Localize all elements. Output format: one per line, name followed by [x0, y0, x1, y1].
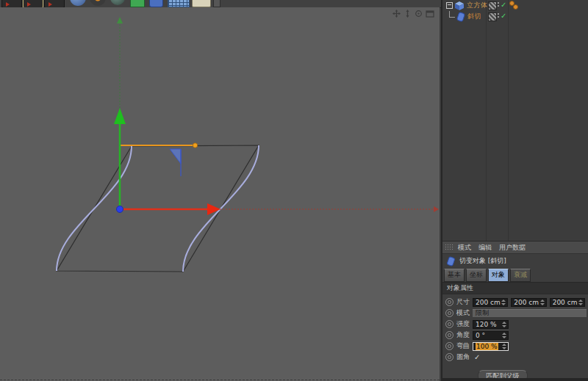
keyframe-icon[interactable] [445, 320, 453, 328]
size-y-field[interactable]: 200 cm [511, 298, 546, 307]
fillet-checkbox[interactable]: ✓ [474, 353, 480, 361]
prop-row-angle: 角度 0 ° [442, 330, 588, 341]
column-separator [486, 0, 487, 241]
x-axis-extension-tip [434, 206, 439, 212]
shear-handle-dot[interactable] [193, 143, 197, 148]
object-row-cube[interactable]: 立方体 ✓ [442, 0, 588, 11]
viewport[interactable] [0, 7, 440, 381]
render-view-icon[interactable] [70, 0, 86, 6]
prop-label: 模式 [456, 308, 473, 318]
attribute-tabs: 基本 坐标 对象 衰减 [442, 268, 588, 282]
tab-falloff[interactable]: 衰减 [510, 269, 531, 282]
object-name[interactable]: 斜切 [467, 12, 481, 21]
attribute-title: 切变对象 [斜切] [459, 256, 506, 266]
scene[interactable] [0, 7, 440, 381]
strength-field[interactable]: 120 % [473, 320, 509, 329]
prop-row-fillet: 圆角 ✓ [442, 352, 588, 363]
toggle-view-icon[interactable] [426, 10, 434, 18]
panel-grip-icon[interactable] [445, 244, 453, 251]
object-properties: 尺寸 200 cm 200 cm 200 cm 模式 限制 强度 120 % 角… [442, 294, 588, 381]
mode-dropdown[interactable]: 限制 [473, 309, 587, 318]
deformer-icon[interactable] [149, 0, 163, 7]
shear-object-icon [446, 256, 456, 266]
y-axis-extension-tip [117, 17, 123, 23]
keyframe-icon[interactable] [445, 342, 453, 350]
stepper-icon[interactable] [502, 333, 506, 338]
right-panel: 立方体 ✓ 斜切 ✓ 模式 编辑 用户数据 [441, 0, 588, 381]
keyframe-icon[interactable] [445, 353, 453, 361]
prop-row-curvature: 弯曲 100 % [442, 341, 588, 352]
enable-check-icon[interactable]: ✓ [501, 1, 506, 9]
toolbar-misc-icon[interactable] [213, 0, 220, 7]
content-browser-icon[interactable] [192, 0, 211, 7]
menu-user-data[interactable]: 用户数据 [499, 243, 526, 253]
viewport-bottom-edge [0, 380, 440, 380]
stepper-icon[interactable] [502, 344, 506, 349]
stepper-icon[interactable] [540, 300, 545, 305]
panel-bottom-edge [442, 378, 588, 381]
keyframe-icon[interactable] [445, 331, 453, 339]
viewport-controls [392, 10, 434, 18]
zoom-icon[interactable] [404, 10, 412, 18]
y-axis-arrowhead[interactable] [114, 108, 126, 124]
stepper-icon[interactable] [578, 300, 583, 305]
prop-label: 角度 [456, 330, 473, 340]
curvature-field[interactable]: 100 % [473, 342, 509, 351]
pan-icon[interactable] [392, 10, 401, 18]
cube-object-icon [454, 1, 465, 11]
material-icon[interactable] [110, 0, 125, 5]
prop-label: 圆角 [456, 352, 473, 362]
layer-swatch[interactable] [488, 1, 497, 10]
menu-edit[interactable]: 编辑 [478, 243, 492, 253]
visibility-dots[interactable] [498, 1, 499, 8]
shear-object-icon [456, 12, 466, 22]
undo-icon [6, 2, 10, 7]
attribute-manager: 模式 编辑 用户数据 切变对象 [斜切] 基本 坐标 对象 衰减 对象属性 尺寸… [442, 241, 588, 381]
stepper-icon[interactable] [501, 300, 506, 305]
prop-row-size: 尺寸 200 cm 200 cm 200 cm [442, 297, 588, 308]
attribute-title-row: 切变对象 [斜切] [442, 254, 588, 268]
redo-icon [27, 2, 31, 7]
x-axis-arrowhead[interactable] [207, 203, 220, 215]
add-cube-icon[interactable] [130, 0, 145, 7]
shear-deformer-glyph[interactable] [170, 149, 181, 164]
prop-row-strength: 强度 120 % [442, 319, 588, 330]
tab-object[interactable]: 对象 [488, 269, 509, 282]
keyframe-icon[interactable] [445, 309, 453, 317]
tab-coord[interactable]: 坐标 [466, 269, 487, 282]
angle-field[interactable]: 0 ° [473, 331, 509, 340]
object-name[interactable]: 立方体 [467, 1, 488, 10]
enable-check-icon[interactable]: ✓ [501, 12, 506, 20]
visibility-dots[interactable] [498, 12, 499, 19]
column-separator [508, 0, 509, 241]
prop-label: 强度 [456, 319, 473, 329]
size-z-field[interactable]: 200 cm [550, 298, 585, 307]
section-header: 对象属性 [442, 282, 588, 294]
size-x-field[interactable]: 200 cm [473, 298, 508, 307]
keyframe-icon[interactable] [445, 298, 453, 306]
tree-branch [449, 11, 455, 18]
prop-label: 尺寸 [456, 297, 473, 307]
object-manager: 立方体 ✓ 斜切 ✓ [442, 0, 588, 241]
rotate-icon[interactable] [415, 10, 423, 18]
menu-mode[interactable]: 模式 [458, 243, 471, 253]
object-row-shear[interactable]: 斜切 ✓ [442, 11, 588, 22]
history-icon [49, 2, 52, 7]
collapse-toggle-icon[interactable] [446, 2, 453, 9]
stepper-icon[interactable] [502, 322, 506, 327]
interface-icon[interactable] [168, 0, 190, 7]
layer-swatch[interactable] [488, 12, 497, 21]
attribute-menu-bar: 模式 编辑 用户数据 [442, 241, 588, 254]
z-axis-origin-dot[interactable] [117, 206, 123, 213]
tab-basic[interactable]: 基本 [444, 269, 465, 282]
tag-dot-icon[interactable] [513, 4, 518, 10]
render-settings-icon[interactable] [90, 0, 106, 6]
prop-label: 弯曲 [456, 341, 473, 351]
prop-row-mode: 模式 限制 [442, 308, 588, 319]
